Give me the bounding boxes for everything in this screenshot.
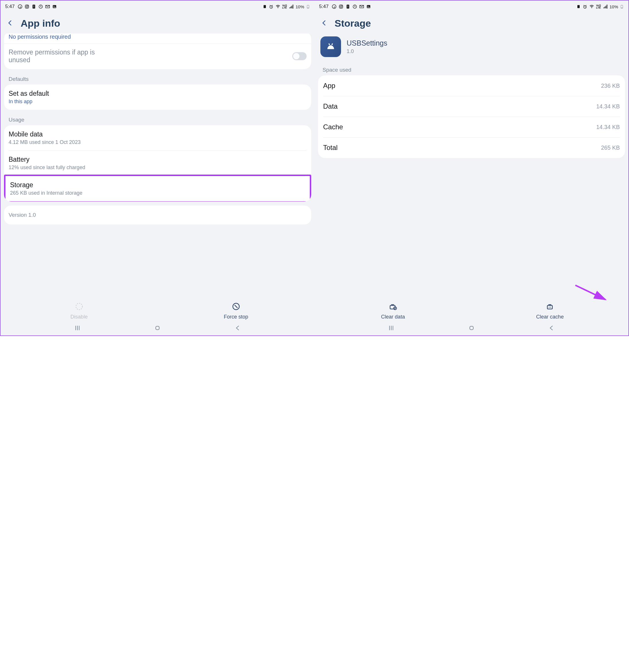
nav-home-icon[interactable] (154, 325, 161, 333)
svg-rect-19 (307, 8, 309, 8)
page-title: Storage (335, 18, 371, 29)
svg-rect-34 (577, 5, 580, 8)
nav-home-icon[interactable] (468, 325, 475, 333)
status-time: 5:47 (5, 4, 15, 9)
app-name: USBSettings (347, 39, 388, 47)
clear-data-icon (389, 302, 397, 312)
status-bar: 5:47 Vo))LTE 10% (1, 1, 314, 11)
force-stop-icon (232, 302, 240, 312)
svg-point-26 (340, 6, 342, 7)
screen-storage: 5:47 Vo))LTE 10% Storage USBSetti (314, 1, 629, 335)
cache-size-row: Cache 14.34 KB (318, 117, 625, 137)
gmail-icon (45, 4, 50, 9)
signal-icon (288, 4, 294, 9)
storage-title: Storage (10, 181, 305, 189)
status-bar-right: Vo))LTE 10% (262, 4, 310, 9)
svg-rect-16 (293, 5, 294, 8)
clear-cache-label: Clear cache (536, 314, 564, 320)
nav-recents-icon[interactable] (74, 325, 81, 333)
alarm-icon (583, 4, 587, 9)
svg-rect-18 (307, 5, 308, 5)
usage-card: Mobile data 4.12 MB used since 1 Oct 202… (4, 125, 311, 201)
svg-rect-15 (292, 6, 292, 8)
battery-title: Battery (8, 156, 307, 163)
back-icon[interactable] (320, 19, 328, 28)
svg-rect-38 (605, 7, 605, 8)
mobile-data-row[interactable]: Mobile data 4.12 MB used since 1 Oct 202… (4, 125, 311, 150)
warning-card-icon (31, 4, 37, 9)
page-title: App info (21, 18, 60, 29)
storage-sub: 265 KB used in Internal storage (10, 190, 305, 196)
nav-back-icon[interactable] (234, 325, 241, 333)
svg-rect-50 (470, 326, 473, 330)
app-size-val: 236 KB (601, 82, 620, 89)
header: Storage (314, 11, 629, 33)
clear-cache-icon (545, 302, 554, 312)
nav-recents-icon[interactable] (388, 325, 395, 333)
app-size-key: App (323, 82, 335, 90)
battery-percent: 10% (609, 4, 618, 9)
sync-icon (352, 4, 357, 9)
svg-rect-23 (156, 326, 159, 330)
status-bar-left: 5:47 (5, 4, 57, 9)
svg-point-9 (54, 6, 54, 6)
disable-button: Disable (1, 302, 158, 320)
screen-app-info: 5:47 Vo))LTE 10% App info No permissions… (1, 1, 314, 335)
app-version: 1.0 (347, 48, 388, 54)
svg-point-33 (367, 6, 368, 6)
svg-point-27 (342, 5, 342, 6)
cache-size-val: 14.34 KB (596, 124, 620, 130)
disable-icon (75, 302, 84, 312)
warning-card-icon (345, 4, 350, 9)
app-size-row: App 236 KB (318, 75, 625, 96)
card-icon (262, 4, 267, 9)
disable-label: Disable (71, 314, 88, 320)
svg-rect-14 (290, 7, 291, 8)
svg-point-12 (278, 7, 278, 8)
whatsapp-icon (331, 4, 337, 9)
svg-rect-37 (604, 7, 604, 8)
no-permissions-row[interactable]: No permissions required (4, 33, 311, 44)
force-stop-label: Force stop (224, 314, 248, 320)
bottom-actions: Disable Force stop (1, 300, 314, 322)
total-size-val: 265 KB (601, 144, 620, 151)
total-size-key: Total (323, 144, 338, 152)
version-card: Version 1.0 (4, 206, 311, 224)
svg-rect-39 (605, 6, 606, 8)
version-label: Version 1.0 (8, 212, 36, 218)
remove-permissions-toggle[interactable] (292, 52, 307, 60)
force-stop-button[interactable]: Force stop (158, 302, 314, 320)
battery-sub: 12% used since last fully charged (8, 165, 307, 171)
instagram-icon (24, 4, 29, 9)
nav-back-icon[interactable] (548, 325, 555, 333)
set-as-default-sub: In this app (8, 99, 307, 105)
storage-row[interactable]: Storage 265 KB used in Internal storage (4, 175, 311, 201)
app-icon (320, 37, 341, 57)
status-bar: 5:47 Vo))LTE 10% (314, 1, 629, 11)
svg-point-36 (591, 7, 592, 8)
set-as-default-row[interactable]: Set as default In this app (4, 85, 311, 110)
svg-rect-29 (348, 5, 348, 7)
gmail-icon (359, 4, 364, 9)
nav-bar (314, 322, 629, 335)
volte-indicator: Vo))LTE (596, 4, 601, 9)
remove-permissions-row[interactable]: Remove permissions if app is unused (4, 44, 311, 69)
back-icon[interactable] (6, 19, 14, 28)
sync-icon (38, 4, 43, 9)
data-size-val: 14.34 KB (596, 103, 620, 110)
clear-data-button[interactable]: Clear data (314, 302, 471, 320)
svg-point-20 (76, 303, 82, 310)
svg-rect-10 (263, 5, 266, 8)
nav-bar (1, 322, 314, 335)
permissions-card: No permissions required Remove permissio… (4, 33, 311, 69)
mobile-data-title: Mobile data (8, 130, 307, 138)
total-size-row: Total 265 KB (318, 137, 625, 158)
svg-point-2 (26, 6, 28, 7)
cache-size-key: Cache (323, 123, 343, 131)
clear-cache-button[interactable]: Clear cache (471, 302, 628, 320)
remove-permissions-label: Remove permissions if app is unused (8, 48, 112, 64)
clear-data-label: Clear data (381, 314, 405, 320)
battery-row[interactable]: Battery 12% used since last fully charge… (4, 150, 311, 176)
svg-point-24 (332, 5, 336, 8)
card-icon (576, 4, 581, 9)
